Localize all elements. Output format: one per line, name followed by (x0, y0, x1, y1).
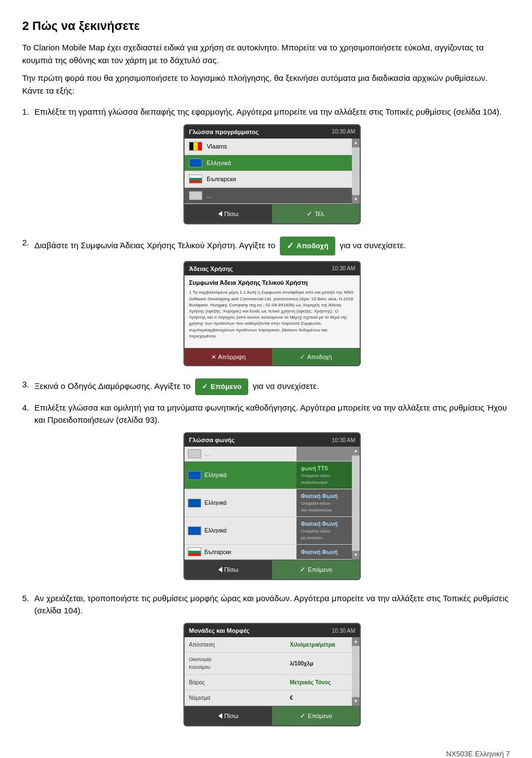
units-scrollbar: ▲ ▼ (352, 637, 360, 706)
voice-left-4: Български (185, 545, 296, 559)
screen-license-title: Άδειας Χρήσης (189, 264, 233, 274)
step-5-num: 5. (22, 592, 34, 605)
voice-scroll-up[interactable]: ▲ (352, 447, 360, 455)
step-3-before: Ξεκινά ο Οδηγός Διαμόρφωσης. Αγγίξτε το (34, 381, 191, 391)
screen-language-footer: Πίσω ✓ Τέλ. (185, 204, 360, 223)
voice-lang-1: Ελληνικά (204, 471, 227, 479)
units-value-distance: Χιλιόμετρα/μέτρα (285, 637, 352, 652)
license-accept-label: Αποδοχή (307, 352, 332, 362)
step-1-content: Επιλέξτε τη γραπτή γλώσσα διεπαφής της ε… (34, 107, 502, 116)
flag-bg-4 (188, 547, 201, 556)
page-content: 2 Πώς να ξεκινήσετε Το Clarion Mobile Ma… (22, 17, 510, 758)
check-icon-units: ✓ (300, 710, 306, 721)
flag-bg (189, 175, 202, 183)
check-icon-voice: ✓ (300, 564, 306, 575)
units-value-weight: Μετρικός Τόνος (285, 675, 352, 690)
units-label-distance: Απόσταση (185, 637, 285, 652)
units-row-currency[interactable]: Νόμισμα € (185, 690, 352, 706)
screen-voice-title: Γλώσσα φωνής (189, 436, 234, 445)
back-button-voice[interactable]: Πίσω (185, 560, 272, 579)
voice-right-4: Φυσική Φωνή (296, 545, 352, 559)
license-title: Συμφωνία Άδεια Χρήσης Τελικού Χρήστη (189, 279, 355, 287)
license-accept-button[interactable]: ✓ Αποδοχή (272, 349, 360, 366)
language-item-more[interactable]: ... (185, 188, 352, 204)
voice-scroll-down[interactable]: ▼ (352, 551, 360, 560)
language-scrollbar: ▲ ▼ (352, 139, 360, 204)
reject-button[interactable]: ✕ Απόρριψη (185, 349, 272, 366)
page-number-text: NX503E Ελληνική 7 (446, 750, 510, 758)
next-button-label: Επόμενο (211, 381, 242, 392)
next-button-voice[interactable]: ✓ Επόμενο (272, 560, 360, 579)
screen-license: Άδειας Χρήσης 10:30 AM Συμφωνία Άδεια Χρ… (183, 261, 361, 367)
back-button-screen1[interactable]: Πίσω (185, 204, 272, 223)
screen-language: Γλώσσα προγράμματος 10:30 AM Vlaams Ελλη… (183, 124, 361, 224)
voice-list: ... Ελληνικά φωνή TTS (185, 447, 360, 560)
next-label-voice: Επόμενο (308, 565, 332, 575)
voice-item-2[interactable]: Ελληνικά Φυσική Φωνή Ονόματα οδώνδεν ανα… (185, 489, 352, 517)
step-3-text: Ξεκινά ο Οδηγός Διαμόρφωσης. Αγγίξτε το … (34, 378, 510, 395)
screen-units-title: Μονάδες και Μορφές (189, 626, 249, 636)
voice-lang-4: Български (204, 548, 231, 556)
screen-units: Μονάδες και Μορφές 10:30 AM Απόσταση Χιλ… (183, 623, 361, 726)
voice-right-2: Φυσική Φωνή Ονόματα οδώνδεν ανακοινώνε. (296, 489, 352, 516)
back-button-units[interactable]: Πίσω (185, 706, 272, 725)
next-button-units[interactable]: ✓ Επόμενο (272, 706, 360, 725)
units-row-weight[interactable]: Βάρος Μετρικός Τόνος (185, 675, 352, 690)
next-inline-button[interactable]: ✓ Επόμενο (195, 378, 248, 395)
accept-button-label: Αποδοχή (296, 240, 329, 252)
back-arrow-units-icon (218, 713, 222, 719)
screen-units-time: 10:30 AM (332, 627, 355, 635)
language-list-body: Vlaams Ελληνικά Български ... (185, 139, 352, 204)
accept-inline-button[interactable]: ✓ Αποδοχή (280, 237, 335, 255)
units-label-weight: Βάρος (185, 675, 285, 690)
flag-gr-3 (188, 526, 201, 535)
units-row-distance[interactable]: Απόσταση Χιλιόμετρα/μέτρα (185, 637, 352, 653)
reject-label: Απόρριψη (218, 352, 246, 362)
voice-list-body: ... Ελληνικά φωνή TTS (185, 447, 352, 560)
step-4-num: 4. (22, 402, 34, 414)
units-list-body: Απόσταση Χιλιόμετρα/μέτρα ΟικονομίαΚαυσί… (185, 637, 352, 706)
step-4: 4. Επιλέξτε γλώσσα και ομιλητή για τα μη… (22, 402, 510, 586)
step-1-num: 1. (22, 106, 34, 119)
x-icon: ✕ (211, 352, 216, 362)
voice-type-4: Φυσική Φωνή (301, 548, 337, 556)
units-list: Απόσταση Χιλιόμετρα/μέτρα ΟικονομίαΚαυσί… (185, 637, 360, 706)
page-number: NX503E Ελληνική 7 (22, 743, 510, 758)
language-item-vlaams[interactable]: Vlaams (185, 139, 352, 155)
voice-item-3[interactable]: Ελληνικά Φυσική Φωνή Ονόματα οδώνμη ανακ… (185, 517, 352, 545)
units-label-fuel: ΟικονομίαΚαυσίμου (185, 653, 285, 674)
license-text: 1 Τα συμβαλλόμενα μέρη 1.1 Αυτή η Συμφων… (189, 289, 355, 339)
accept-check-icon: ✓ (287, 239, 294, 253)
back-arrow-voice-icon (218, 567, 222, 572)
units-scroll-up[interactable]: ▲ (352, 637, 360, 646)
back-label-screen1: Πίσω (224, 209, 239, 219)
license-content: Συμφωνία Άδεια Χρήσης Τελικού Χρήστη 1 Τ… (185, 275, 360, 348)
step-3-after: για να συνεχίσετε. (253, 381, 319, 391)
language-label-bulgarian: Български (207, 175, 236, 184)
units-scroll-down[interactable]: ▼ (352, 697, 360, 706)
voice-item-0[interactable]: ... (185, 447, 352, 462)
step-5-text: Αν χρειάζεται, τροποποιήστε τις ρυθμίσει… (34, 592, 510, 732)
voice-type-3: Φυσική Φωνή (301, 520, 337, 528)
screen-voice-footer: Πίσω ✓ Επόμενο (185, 560, 360, 579)
units-row-fuel[interactable]: ΟικονομίαΚαυσίμου λ/100χλμ (185, 653, 352, 675)
step-2-num: 2. (22, 237, 34, 249)
flag-gr-2 (188, 499, 201, 508)
step-1-text: Επιλέξτε τη γραπτή γλώσσα διεπαφής της ε… (34, 106, 510, 230)
voice-item-4[interactable]: Български Φυσική Φωνή (185, 545, 352, 560)
step-4-content: Επιλέξτε γλώσσα και ομιλητή για τα μηνύμ… (34, 403, 507, 425)
intro-p1: Το Clarion Mobile Map έχει σχεδιαστεί ει… (22, 42, 510, 66)
step-2-before: Διαβάστε τη Συμφωνία Άδειας Χρήσης Τελικ… (34, 240, 275, 249)
language-list: Vlaams Ελληνικά Български ... (185, 139, 360, 204)
check-icon-screen1: ✓ (306, 208, 313, 219)
language-label-vlaams: Vlaams (207, 142, 227, 151)
voice-sub-3: Ονόματα οδώνμη ανακοιν. (301, 528, 330, 541)
step-2-text: Διαβάστε τη Συμφωνία Άδειας Χρήσης Τελικ… (34, 237, 510, 372)
scroll-up-icon[interactable]: ▲ (352, 139, 360, 147)
scroll-down-icon[interactable]: ▼ (352, 195, 360, 204)
language-item-bulgarian[interactable]: Български (185, 171, 352, 188)
ok-button-screen1[interactable]: ✓ Τέλ. (272, 204, 360, 223)
screen-voice-time: 10:30 AM (332, 436, 355, 444)
language-item-greek[interactable]: Ελληνικά (185, 155, 352, 172)
voice-item-1[interactable]: Ελληνικά φωνή TTS Ονόματα οδώνανακοίνωσμ… (185, 462, 352, 489)
